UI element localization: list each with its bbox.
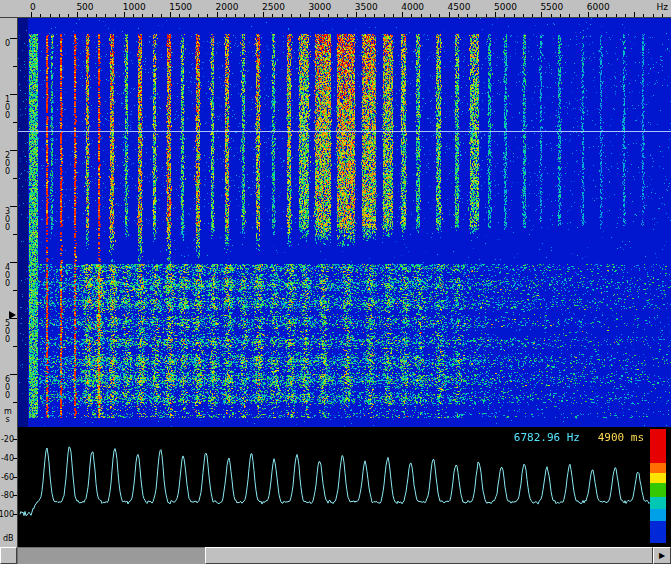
frequency-tick: [467, 14, 468, 17]
spectrum-canvas[interactable]: [18, 427, 671, 547]
frequency-tick: [588, 12, 589, 17]
frequency-tick: [300, 14, 301, 17]
frequency-tick: [198, 14, 199, 17]
right-arrow-icon: ▶: [659, 551, 665, 560]
frequency-tick: [50, 14, 51, 17]
frequency-tick: [207, 14, 208, 17]
legend-segment: [650, 497, 666, 509]
time-label: 400: [4, 264, 11, 288]
scrollbar-right-button[interactable]: ▶: [653, 547, 671, 564]
legend-segment: [650, 473, 666, 483]
frequency-tick: [152, 14, 153, 17]
db-tick: [13, 495, 17, 496]
time-tick: [13, 290, 17, 291]
legend-segment: [650, 521, 666, 543]
frequency-label: 500: [76, 2, 93, 12]
frequency-label: 2500: [262, 2, 285, 12]
time-tick: [13, 402, 17, 403]
frequency-tick: [347, 14, 348, 17]
frequency-label: 4000: [401, 2, 424, 12]
time-label: 200: [4, 152, 11, 176]
frequency-label: 1000: [123, 2, 146, 12]
frequency-tick: [458, 14, 459, 17]
frequency-tick: [328, 14, 329, 17]
frequency-tick: [393, 14, 394, 17]
time-tick: [13, 234, 17, 235]
time-readout: 4900 ms: [592, 431, 644, 444]
frequency-tick: [495, 12, 496, 17]
frequency-tick: [87, 14, 88, 17]
frequency-tick: [625, 14, 626, 17]
frequency-tick: [430, 14, 431, 17]
frequency-tick: [606, 14, 607, 17]
frequency-tick: [272, 14, 273, 17]
frequency-tick: [449, 12, 450, 17]
frequency-tick: [105, 14, 106, 17]
frequency-label: 5000: [494, 2, 517, 12]
scrollbar-thumb[interactable]: [205, 547, 653, 564]
db-unit-label: dB: [3, 534, 14, 543]
frequency-label: 3000: [308, 2, 331, 12]
frequency-tick: [365, 14, 366, 17]
time-tick: [13, 346, 17, 347]
color-scale-legend: [650, 429, 666, 543]
frequency-unit-label: Hz: [657, 2, 669, 12]
frequency-tick: [31, 12, 32, 17]
db-ruler: dB -20-40-60-80-100: [0, 427, 18, 547]
frequency-tick: [189, 14, 190, 17]
time-ruler: 0100200300400500600ms: [0, 18, 18, 427]
legend-segment: [650, 483, 666, 497]
spectrogram-app-window: Hz 0500100015002000250030003500400045005…: [0, 0, 671, 564]
time-label: 300: [4, 208, 11, 232]
time-tick: [10, 38, 17, 39]
scrollbar-corner: [0, 547, 17, 564]
frequency-tick: [124, 12, 125, 17]
frequency-readout: 6782.96 Hz: [462, 431, 580, 444]
frequency-tick: [643, 14, 644, 17]
legend-segment: [650, 463, 666, 473]
frequency-tick: [96, 14, 97, 17]
frequency-tick: [439, 14, 440, 17]
time-tick: [10, 150, 17, 151]
frequency-tick: [597, 14, 598, 17]
frequency-tick: [309, 12, 310, 17]
frequency-tick: [569, 14, 570, 17]
time-tick: [13, 122, 17, 123]
frequency-tick: [486, 14, 487, 17]
time-tick: [10, 262, 17, 263]
frequency-tick: [68, 14, 69, 17]
time-unit-label: ms: [4, 408, 11, 424]
legend-segment: [650, 509, 666, 521]
frequency-tick: [282, 14, 283, 17]
frequency-tick: [532, 14, 533, 17]
time-tick: [10, 318, 17, 319]
frequency-tick: [263, 12, 264, 17]
db-tick: [13, 477, 17, 478]
frequency-tick: [579, 14, 580, 17]
frequency-tick: [59, 14, 60, 17]
frequency-tick: [254, 14, 255, 17]
time-tick: [10, 94, 17, 95]
frequency-tick: [235, 14, 236, 17]
h-scrollbar[interactable]: ▶: [0, 547, 671, 564]
time-label: 600: [4, 376, 11, 400]
time-label: 500: [4, 320, 11, 344]
frequency-tick: [115, 14, 116, 17]
frequency-tick: [179, 14, 180, 17]
frequency-label: 0: [30, 2, 36, 12]
spectrogram-canvas[interactable]: [18, 18, 671, 427]
frequency-tick: [356, 12, 357, 17]
frequency-tick: [319, 14, 320, 17]
frequency-tick: [476, 14, 477, 17]
frequency-tick: [244, 14, 245, 17]
frequency-label: 6000: [587, 2, 610, 12]
frequency-tick: [161, 14, 162, 17]
frequency-tick: [514, 14, 515, 17]
frequency-label: 4500: [448, 2, 471, 12]
frequency-tick: [662, 14, 663, 17]
frequency-tick: [634, 12, 635, 17]
scrollbar-track[interactable]: [17, 547, 653, 564]
time-tick: [10, 206, 17, 207]
frequency-tick: [217, 12, 218, 17]
frequency-label: 2000: [216, 2, 239, 12]
